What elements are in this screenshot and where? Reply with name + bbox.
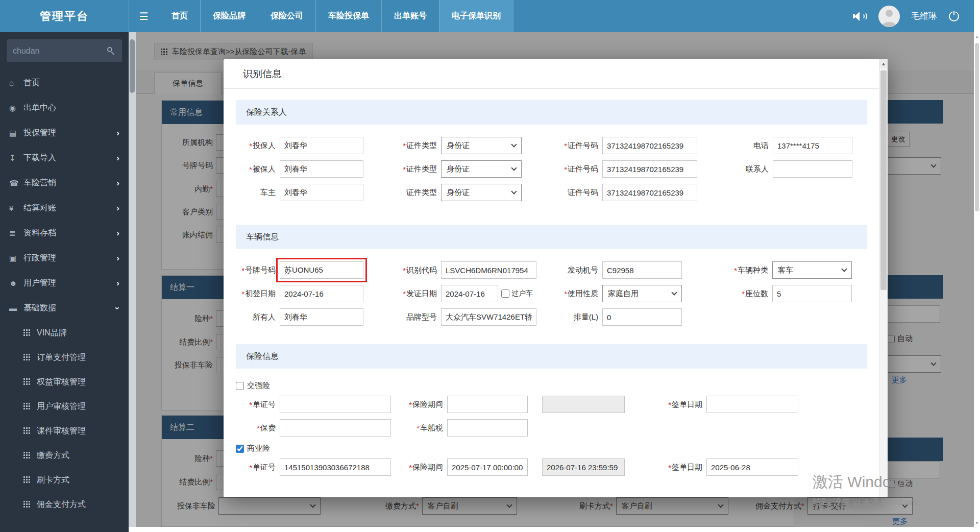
transfer-checkbox[interactable] xyxy=(501,289,509,298)
applicant-cert-type-label: *证件类型 xyxy=(363,141,441,151)
vessel-tax-label: *车船税 xyxy=(391,423,447,433)
grid-icon xyxy=(23,378,31,385)
sidebar-item-admin[interactable]: ▣行政管理› xyxy=(0,246,129,271)
policy-no-input[interactable] xyxy=(280,396,391,413)
sidebar-item-order-payment[interactable]: 订单支付管理 xyxy=(0,345,129,370)
insured-cert-no-input[interactable] xyxy=(602,160,697,178)
plate-no-input[interactable] xyxy=(280,261,363,279)
modal-title: 识别信息 xyxy=(224,59,888,89)
sidebar-item-vin-brand[interactable]: VIN品牌 xyxy=(0,321,129,345)
page-scrollbar[interactable]: ▲ ▼ xyxy=(974,0,980,532)
transfer-checkbox-zone: 过户车 xyxy=(498,289,536,298)
sidebar-item-rights-review[interactable]: 权益审核管理 xyxy=(0,370,129,394)
user-name[interactable]: 毛维琳 xyxy=(911,10,937,22)
sidebar-item-base-data[interactable]: ▬基础数据› xyxy=(0,296,129,321)
compulsory-checkbox[interactable] xyxy=(236,382,244,390)
avatar[interactable] xyxy=(878,6,900,27)
main-content: 车险投保单查询>>从保险公司下载-保单 保单信息 常用信息 所属机构 号牌号码 … xyxy=(136,32,974,527)
phone-input[interactable] xyxy=(773,137,852,154)
modal-scrollbar[interactable]: ▲ xyxy=(879,59,888,497)
volume-icon[interactable] xyxy=(853,11,867,22)
commercial-sign-date-input[interactable] xyxy=(706,458,798,476)
applicant-cert-no-input[interactable] xyxy=(602,137,697,154)
sign-date-input[interactable] xyxy=(706,396,798,413)
commercial-sign-date-label: *签单日期 xyxy=(625,463,706,472)
vehicle-type-label: *车辆种类 xyxy=(682,265,772,275)
search-icon[interactable] xyxy=(107,46,116,56)
menu-toggle-button[interactable]: ☰ xyxy=(129,0,159,32)
applicant-row: *投保人 *证件类型 身份证 *证件号码 电话 xyxy=(236,137,867,154)
sidebar-item-payment-method[interactable]: 缴费方式 xyxy=(0,443,129,468)
applicant-cert-type-select[interactable]: 身份证 xyxy=(441,137,522,154)
scrollbar-thumb[interactable] xyxy=(975,43,979,211)
owner-name-input[interactable] xyxy=(280,184,363,201)
sidebar-item-commission-method[interactable]: 佣金支付方式 xyxy=(0,492,129,517)
sidebar-item-card-method[interactable]: 刷卡方式 xyxy=(0,468,129,492)
insured-cert-no-label: *证件号码 xyxy=(522,164,602,174)
brand-model-input[interactable] xyxy=(441,308,536,326)
horizontal-scrollbar[interactable] xyxy=(129,527,974,532)
applicant-name-input[interactable] xyxy=(280,137,363,154)
nav-epolicy-recognition[interactable]: 电子保单识别 xyxy=(439,0,513,32)
sidebar-item-user-review[interactable]: 用户审核管理 xyxy=(0,394,129,419)
sidebar-item-issue-center[interactable]: ◉出单中心 xyxy=(0,95,129,120)
section-insurance-header: 保险信息 xyxy=(236,344,867,369)
policy-no-label: *单证号 xyxy=(236,400,280,409)
owner-cert-no-input[interactable] xyxy=(602,184,697,201)
power-icon[interactable] xyxy=(948,11,960,22)
vin-input[interactable] xyxy=(441,261,536,279)
phone-icon: ☎ xyxy=(9,179,23,188)
owner-cert-type-select[interactable]: 身份证 xyxy=(441,184,522,201)
nav-issue-account[interactable]: 出单账号 xyxy=(381,0,439,32)
scroll-up-icon[interactable]: ▲ xyxy=(974,35,980,39)
issue-date-input[interactable] xyxy=(441,285,498,302)
scrollbar-thumb[interactable] xyxy=(880,70,887,290)
usage-select[interactable]: 家庭自用 xyxy=(602,285,682,302)
sidebar-item-auto-marketing[interactable]: ☎车险营销› xyxy=(0,171,129,196)
commercial-checkbox[interactable] xyxy=(236,445,244,453)
issue-date-label: *发证日期 xyxy=(363,289,441,299)
top-nav: ☰ 首页 保险品牌 保险公司 车险投保单 出单账号 电子保单识别 xyxy=(129,0,513,32)
engine-no-input[interactable] xyxy=(602,261,682,279)
possessor-input[interactable] xyxy=(280,308,363,326)
scroll-down-icon[interactable]: ▼ xyxy=(974,521,980,525)
compulsory-line: 交强险 xyxy=(236,381,867,391)
nav-insurance-company[interactable]: 保险公司 xyxy=(258,0,315,32)
scroll-up-icon[interactable]: ▲ xyxy=(879,59,888,68)
nav-auto-policy[interactable]: 车险投保单 xyxy=(315,0,381,32)
sidebar-item-policy-mgmt[interactable]: ▤投保管理› xyxy=(0,120,129,146)
sidebar-item-settlement[interactable]: ¥结算对账› xyxy=(0,196,129,221)
sidebar-item-archive[interactable]: ≣资料存档› xyxy=(0,221,129,246)
period-start-input[interactable] xyxy=(447,396,528,413)
sidebar-item-user-mgmt[interactable]: ☻用户管理› xyxy=(0,271,129,296)
insured-name-input[interactable] xyxy=(280,160,363,178)
commercial-policy-no-label: *单证号 xyxy=(236,463,280,472)
seats-input[interactable] xyxy=(772,285,852,302)
premium-input[interactable] xyxy=(280,419,391,437)
commercial-policy-no-input[interactable] xyxy=(280,458,391,476)
insured-cert-type-select[interactable]: 身份证 xyxy=(441,160,522,178)
applicant-label: *投保人 xyxy=(236,141,280,151)
sidebar-item-download-import[interactable]: ↧下载导入› xyxy=(0,146,129,171)
first-reg-date-input[interactable] xyxy=(280,285,363,302)
search-input[interactable] xyxy=(13,46,107,56)
owner-label: 车主 xyxy=(236,188,280,198)
nav-insurance-brand[interactable]: 保险品牌 xyxy=(200,0,258,32)
scrollbar-thumb[interactable] xyxy=(130,39,135,93)
sidebar-item-courseware-review[interactable]: 课件审核管理 xyxy=(0,419,129,443)
plate-no-label: *号牌号码 xyxy=(236,265,280,275)
chevron-down-icon: › xyxy=(114,307,122,310)
phone-label: 电话 xyxy=(697,141,773,151)
grid-icon xyxy=(23,452,31,459)
sidebar-item-home[interactable]: ⌂首页 xyxy=(0,70,129,95)
contact-input[interactable] xyxy=(773,160,852,178)
owner-cert-type-label: 证件类型 xyxy=(363,188,441,198)
commercial-period-start-input[interactable] xyxy=(447,458,528,476)
vessel-tax-input[interactable] xyxy=(447,419,528,437)
globe-icon: ◉ xyxy=(9,104,23,113)
vehicle-type-select[interactable]: 客车 xyxy=(772,261,852,279)
sidebar-scrollbar[interactable] xyxy=(129,32,136,527)
chevron-right-icon: › xyxy=(116,279,119,287)
displacement-input[interactable] xyxy=(602,308,682,326)
nav-home[interactable]: 首页 xyxy=(159,0,200,32)
